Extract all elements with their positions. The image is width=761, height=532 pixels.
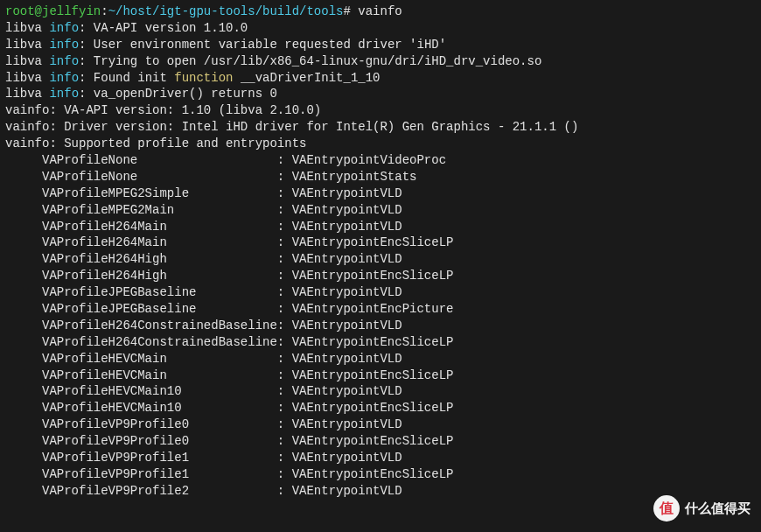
profile-entry: VAProfileH264ConstrainedBaseline: VAEntr… [5,318,756,334]
libva-line: libva info: va_openDriver() returns 0 [5,86,756,102]
prompt-user: root@jellfyin [5,4,101,18]
profile-entry: VAProfileHEVCMain : VAEntrypointVLD [5,351,756,368]
vainfo-supported: vainfo: Supported profile and entrypoint… [5,136,756,152]
profile-entry: VAProfileH264High : VAEntrypointEncSlice… [5,268,756,284]
libva-line: libva info: VA-API version 1.10.0 [5,20,756,37]
profile-entry: VAProfileH264Main : VAEntrypointEncSlice… [5,234,756,251]
profile-entry: VAProfileHEVCMain : VAEntrypointEncSlice… [5,368,756,384]
libva-line: libva info: Found init function __vaDriv… [5,70,756,87]
profile-entry: VAProfileVP9Profile0 : VAEntrypointVLD [5,416,756,433]
command-text: vainfo [351,4,402,18]
profile-entry: VAProfileHEVCMain10 : VAEntrypointVLD [5,383,756,400]
profile-entry: VAProfileVP9Profile1 : VAEntrypointVLD [5,450,756,466]
profile-entry: VAProfileVP9Profile1 : VAEntrypointEncSl… [5,466,756,483]
function-keyword: function [174,71,233,85]
profile-entry: VAProfileH264ConstrainedBaseline: VAEntr… [5,334,756,351]
profile-entry: VAProfileJPEGBaseline : VAEntrypointVLD [5,284,756,301]
profile-entry: VAProfileH264High : VAEntrypointVLD [5,251,756,268]
profile-entry: VAProfileNone : VAEntrypointVideoProc [5,152,756,169]
watermark-text: 什么值得买 [685,500,751,517]
terminal-output: root@jellfyin:~/host/igt-gpu-tools/build… [5,4,756,500]
vainfo-driver: vainfo: Driver version: Intel iHD driver… [5,119,756,136]
profile-entry: VAProfileJPEGBaseline : VAEntrypointEncP… [5,301,756,318]
profile-entry: VAProfileMPEG2Main : VAEntrypointVLD [5,202,756,219]
watermark: 值 什么值得买 [653,495,751,522]
profile-entry: VAProfileH264Main : VAEntrypointVLD [5,219,756,235]
profile-entry: VAProfileHEVCMain10 : VAEntrypointEncSli… [5,400,756,416]
profile-list: VAProfileNone : VAEntrypointVideoProcVAP… [5,152,756,500]
libva-line: libva info: Trying to open /usr/lib/x86_… [5,53,756,70]
profile-entry: VAProfileVP9Profile2 : VAEntrypointVLD [5,483,756,500]
watermark-badge-icon: 值 [653,495,680,522]
profile-entry: VAProfileVP9Profile0 : VAEntrypointEncSl… [5,433,756,450]
profile-entry: VAProfileNone : VAEntrypointStats [5,169,756,186]
profile-entry: VAProfileMPEG2Simple : VAEntrypointVLD [5,186,756,202]
vainfo-version: vainfo: VA-API version: 1.10 (libva 2.10… [5,102,756,119]
prompt-path: ~/host/igt-gpu-tools/build/tools [108,4,344,18]
libva-line: libva info: User environment variable re… [5,37,756,53]
prompt-line[interactable]: root@jellfyin:~/host/igt-gpu-tools/build… [5,4,756,20]
